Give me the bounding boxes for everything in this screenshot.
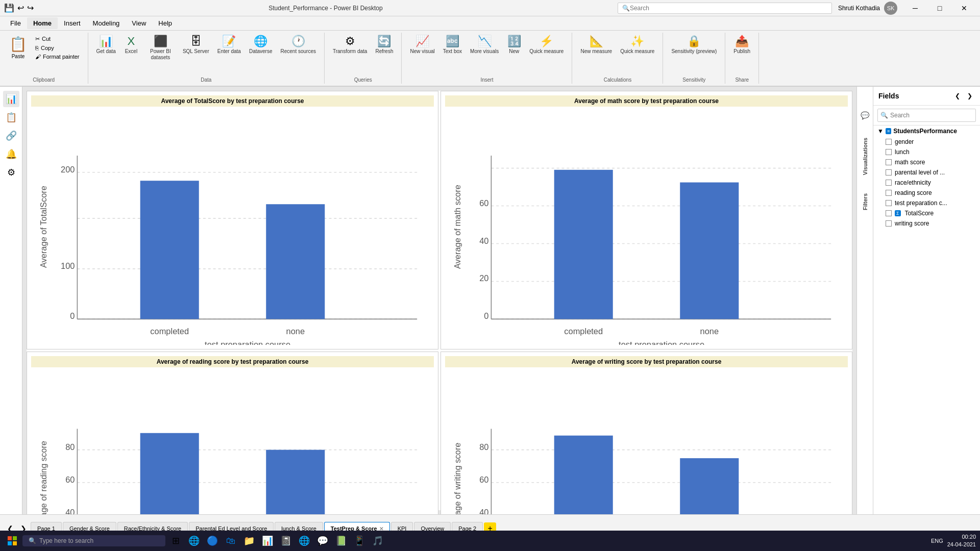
menu-modeling[interactable]: Modeling xyxy=(87,17,126,29)
transform-button[interactable]: ⚙ Transform data xyxy=(330,34,370,57)
enter-data-button[interactable]: 📝 Enter data xyxy=(214,34,244,57)
refresh-button[interactable]: 🔄 Refresh xyxy=(372,34,396,57)
filters-label[interactable]: Filters xyxy=(862,189,868,214)
fields-search-input[interactable] xyxy=(877,109,976,122)
menu-insert[interactable]: Insert xyxy=(58,17,87,29)
bar-writingscore-none[interactable] xyxy=(680,458,739,514)
bar-mathscore-none[interactable] xyxy=(680,183,739,319)
field-race-ethnicity[interactable]: race/ethnicity xyxy=(873,178,980,188)
menu-view[interactable]: View xyxy=(126,17,152,29)
redo-icon[interactable]: ↪ xyxy=(27,3,34,13)
paste-button[interactable]: 📋 Paste xyxy=(5,34,31,61)
field-gender-checkbox[interactable] xyxy=(886,139,892,145)
taskbar-store-icon[interactable]: 🛍 xyxy=(223,533,239,549)
maximize-button[interactable]: □ xyxy=(928,0,951,16)
menu-home[interactable]: Home xyxy=(27,17,58,29)
taskbar-app2-icon[interactable]: 🎵 xyxy=(370,533,386,549)
field-gender[interactable]: gender xyxy=(873,137,980,147)
excel-button[interactable]: X Excel xyxy=(121,34,141,57)
field-gender-label: gender xyxy=(895,138,914,145)
taskbar-teams-icon[interactable]: 💬 xyxy=(314,533,331,549)
save-icon[interactable]: 💾 xyxy=(4,3,14,13)
visualizations-label[interactable]: Visualizations xyxy=(862,134,868,179)
sidebar-report-icon[interactable]: 📊 xyxy=(3,91,19,107)
taskbar-explorer-icon[interactable]: 📁 xyxy=(241,533,257,549)
task-view-button[interactable]: ⊞ xyxy=(167,533,184,549)
taskbar-app1-icon[interactable]: 📱 xyxy=(351,533,368,549)
cut-button[interactable]: ✂Cut xyxy=(32,35,83,43)
menu-file[interactable]: File xyxy=(4,17,27,29)
taskbar-chrome2-icon[interactable]: 🌐 xyxy=(296,533,312,549)
bar-readingscore-none[interactable] xyxy=(266,450,325,514)
menu-help[interactable]: Help xyxy=(152,17,178,29)
field-race-label: race/ethnicity xyxy=(895,179,931,186)
svg-text:Average of TotalScore: Average of TotalScore xyxy=(39,186,48,268)
dataverse-button[interactable]: 🌐 Dataverse xyxy=(246,34,276,57)
sensitivity-button[interactable]: 🔒 Sensitivity (preview) xyxy=(668,34,720,57)
get-data-button[interactable]: 📊 Get data xyxy=(93,34,119,57)
bar-totalscore-none[interactable] xyxy=(266,204,325,319)
field-lunch[interactable]: lunch xyxy=(873,147,980,157)
bar-totalscore-completed[interactable] xyxy=(140,181,199,319)
undo-icon[interactable]: ↩ xyxy=(17,3,24,13)
ribbon-group-insert: 📈 New visual 🔤 Text box 📉 More visuals 🔢… xyxy=(402,33,572,84)
field-reading-score[interactable]: reading score xyxy=(873,188,980,198)
fields-collapse-left[interactable]: ❮ xyxy=(952,91,963,101)
start-button[interactable] xyxy=(4,533,20,549)
bar-readingscore-completed[interactable] xyxy=(140,433,199,514)
svg-text:test preparation course: test preparation course xyxy=(205,340,290,345)
chart-readingscore[interactable]: Average of reading score by test prepara… xyxy=(27,352,438,514)
field-parental-checkbox[interactable] xyxy=(886,169,892,176)
svg-text:completed: completed xyxy=(564,327,603,336)
chart-writingscore[interactable]: Average of writing score by test prepara… xyxy=(440,352,852,514)
taskbar-chrome-icon[interactable]: 🔵 xyxy=(204,533,220,549)
field-math-checkbox[interactable] xyxy=(886,159,892,165)
new-visual-button[interactable]: 📈 New visual xyxy=(407,34,437,57)
field-totalscore[interactable]: Σ TotalScore xyxy=(873,208,980,218)
chart-mathscore[interactable]: Average of math score by test preparatio… xyxy=(440,91,852,349)
bar-writingscore-completed[interactable] xyxy=(554,436,613,514)
field-group-students-performance[interactable]: ▼ ≡ StudentsPerformance xyxy=(873,126,980,137)
field-writing-score[interactable]: writing score xyxy=(873,218,980,229)
taskbar-powerbi-icon[interactable]: 📊 xyxy=(259,533,276,549)
svg-text:40: 40 xyxy=(65,508,75,514)
power-bi-datasets-button[interactable]: ⬛ Power BI datasets xyxy=(143,34,178,63)
taskbar-excel-icon[interactable]: 📗 xyxy=(333,533,349,549)
new-measure-button[interactable]: 🔢 New xyxy=(504,34,524,57)
titlebar-search-box[interactable]: 🔍 xyxy=(618,3,832,14)
field-lunch-checkbox[interactable] xyxy=(886,149,892,155)
new-measure-calc-button[interactable]: 📐 New measure xyxy=(577,34,615,57)
field-reading-checkbox[interactable] xyxy=(886,190,892,196)
smart-narr-icon[interactable]: 💬 xyxy=(857,107,873,123)
bar-mathscore-completed[interactable] xyxy=(554,170,613,319)
fields-expand-right[interactable]: ❯ xyxy=(965,91,975,101)
copy-button[interactable]: ⎘Copy xyxy=(32,44,83,52)
taskbar-onenote-icon[interactable]: 📓 xyxy=(278,533,294,549)
taskbar-search[interactable]: 🔍 Type here to search xyxy=(22,535,165,546)
field-totalscore-checkbox[interactable] xyxy=(886,210,892,216)
titlebar-search-input[interactable] xyxy=(630,5,824,12)
text-box-button[interactable]: 🔤 Text box xyxy=(440,34,465,57)
chart-totalscore[interactable]: Average of TotalScore by test preparatio… xyxy=(27,91,438,349)
sidebar-model-icon[interactable]: 🔗 xyxy=(3,128,19,144)
recent-sources-button[interactable]: 🕐 Recent sources xyxy=(278,34,319,57)
field-math-score[interactable]: math score xyxy=(873,157,980,167)
publish-button[interactable]: 📤 Publish xyxy=(730,34,753,57)
close-button[interactable]: ✕ xyxy=(952,0,976,16)
sidebar-settings-icon[interactable]: ⚙ xyxy=(3,164,19,181)
quick-measure-calc-button[interactable]: ✨ Quick measure xyxy=(617,34,657,57)
field-parental-level[interactable]: parental level of ... xyxy=(873,167,980,178)
taskbar-edge-icon[interactable]: 🌐 xyxy=(186,533,202,549)
sidebar-data-icon[interactable]: 📋 xyxy=(3,109,19,126)
format-painter-button[interactable]: 🖌Format painter xyxy=(32,53,83,61)
field-writing-checkbox[interactable] xyxy=(886,220,892,227)
sidebar-arrow-icon[interactable]: 🔔 xyxy=(3,146,19,162)
insert-items: 📈 New visual 🔤 Text box 📉 More visuals 🔢… xyxy=(407,34,567,77)
sql-server-button[interactable]: 🗄 SQL Server xyxy=(180,34,212,57)
minimize-button[interactable]: ─ xyxy=(903,0,927,16)
field-test-prep[interactable]: test preparation c... xyxy=(873,198,980,208)
more-visuals-button[interactable]: 📉 More visuals xyxy=(467,34,502,57)
field-testprep-checkbox[interactable] xyxy=(886,200,892,206)
field-race-checkbox[interactable] xyxy=(886,180,892,186)
quick-measure-button[interactable]: ⚡ Quick measure xyxy=(526,34,567,57)
